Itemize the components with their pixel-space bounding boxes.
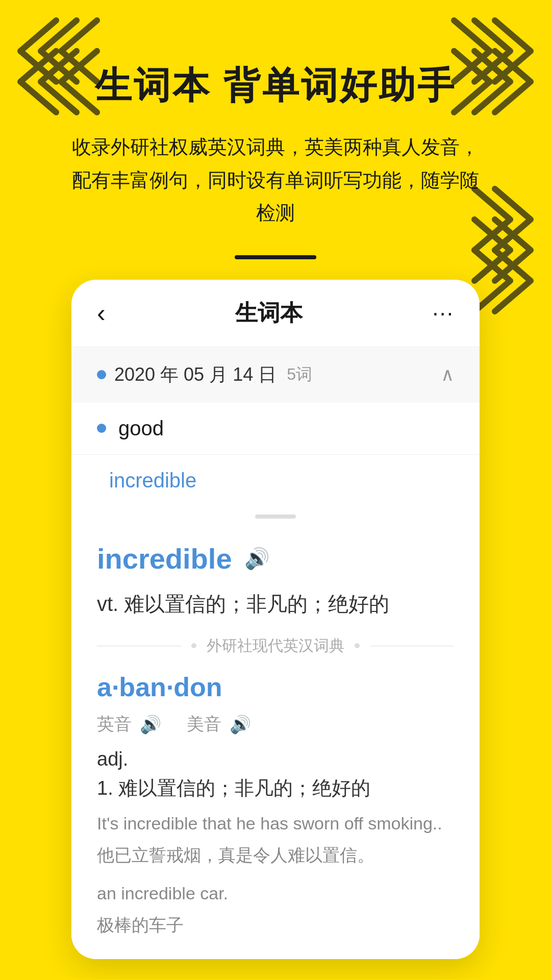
vocab-list-title: 生词本 (235, 298, 303, 328)
top-section: 生词本 背单词好助手 收录外研社权威英汉词典，英美两种真人发音，配有丰富例句，同… (0, 0, 551, 979)
pronunciation-row: 英音 🔊 美音 🔊 (97, 713, 454, 736)
dictionary-section: incredible 🔊 vt. 难以置信的；非凡的；绝好的 外研社现代英汉词典… (71, 527, 480, 960)
source-line-left (97, 646, 181, 646)
sound-icon[interactable]: 🔊 (244, 547, 270, 571)
word-part-of-speech: adj. (97, 748, 454, 770)
back-button[interactable]: ‹ (97, 298, 106, 328)
source-dot-right (355, 643, 360, 648)
chevron-top-right-decoration (439, 10, 541, 125)
word-row-incredible[interactable]: incredible (71, 455, 480, 506)
word-heading: incredible 🔊 (97, 542, 454, 575)
date-text: 2020 年 05 月 14 日 5词 (97, 362, 312, 387)
word-incredible-list: incredible (71, 455, 480, 506)
example-1-en: It's incredible that he has sworn off sm… (97, 810, 454, 837)
word-count: 5词 (287, 363, 312, 386)
more-options-button[interactable]: ··· (432, 300, 454, 326)
phone-mockup-card: ‹ 生词本 ··· 2020 年 05 月 14 日 5词 ∧ good inc… (71, 280, 480, 960)
example-2-en: an incredible car. (97, 879, 454, 907)
word-meaning-text: 1. 难以置信的；非凡的；绝好的 (97, 775, 454, 801)
pron-us[interactable]: 美音 🔊 (187, 713, 251, 736)
source-dot-left (191, 643, 196, 648)
word-row-good[interactable]: good (71, 403, 480, 455)
pron-uk[interactable]: 英音 🔊 (97, 713, 161, 736)
dict-word-title: incredible (97, 542, 232, 575)
pron-uk-sound-icon[interactable]: 🔊 (140, 714, 161, 734)
vocab-header: ‹ 生词本 ··· (71, 280, 480, 347)
abandon-word-title: a·ban·don (97, 672, 454, 702)
drag-handle (255, 514, 296, 519)
dict-source-row: 外研社现代英汉词典 (97, 635, 454, 656)
pron-uk-label: 英音 (97, 713, 132, 736)
word-good: good (118, 417, 164, 440)
subtitle-text: 收录外研社权威英汉词典，英美两种真人发音，配有丰富例句，同时设有单词听写功能，随… (41, 131, 510, 230)
example-1-zh: 他已立誓戒烟，真是令人难以置信。 (97, 841, 454, 869)
word-dot-good (97, 424, 106, 433)
pron-us-sound-icon[interactable]: 🔊 (230, 714, 251, 734)
chevron-top-left-decoration (10, 10, 112, 125)
date-group-row[interactable]: 2020 年 05 月 14 日 5词 ∧ (71, 347, 480, 403)
word-definition-text: vt. 难以置信的；非凡的；绝好的 (97, 587, 454, 620)
collapse-icon[interactable]: ∧ (441, 364, 454, 385)
source-line-right (370, 646, 454, 646)
pron-us-label: 美音 (187, 713, 221, 736)
example-2-zh: 极棒的车子 (97, 911, 454, 939)
source-name: 外研社现代英汉词典 (207, 635, 344, 656)
divider (235, 255, 316, 259)
date-dot-indicator (97, 370, 106, 379)
date-label: 2020 年 05 月 14 日 (114, 362, 277, 387)
